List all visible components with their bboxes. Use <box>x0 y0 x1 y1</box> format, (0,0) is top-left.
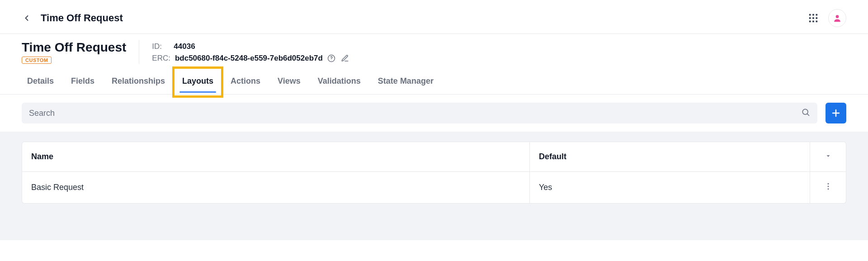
erc-edit-button[interactable] <box>341 54 349 62</box>
help-circle-icon <box>327 54 335 62</box>
erc-label: ERC: <box>152 54 170 63</box>
column-header-name[interactable]: Name <box>22 142 530 172</box>
erc-value: bdc50680-f84c-5248-e559-7eb6d052eb7d <box>175 54 323 63</box>
id-label: ID: <box>152 42 169 51</box>
svg-rect-1 <box>812 14 814 16</box>
column-header-default-label: Default <box>539 152 566 161</box>
svg-rect-6 <box>809 21 811 23</box>
column-header-default[interactable]: Default <box>530 142 810 172</box>
svg-point-18 <box>827 188 829 190</box>
erc-controls <box>327 54 349 62</box>
erc-row: ERC: bdc50680-f84c-5248-e559-7eb6d052eb7… <box>152 54 349 63</box>
content: Name Default Basic Request Yes <box>0 132 868 240</box>
object-title-block: Time Off Request CUSTOM <box>22 40 139 64</box>
svg-line-13 <box>807 114 809 116</box>
svg-point-12 <box>802 109 808 114</box>
layouts-table: Name Default Basic Request Yes <box>22 142 846 204</box>
object-header-row: Time Off Request CUSTOM ID: 44036 ERC: b… <box>22 40 846 64</box>
tab-relationships[interactable]: Relationships <box>111 72 166 92</box>
id-row: ID: 44036 <box>152 42 349 51</box>
search-icon <box>801 108 810 119</box>
topbar-right <box>808 9 846 27</box>
svg-rect-7 <box>812 21 814 23</box>
svg-point-11 <box>331 60 331 60</box>
toolbar <box>0 95 868 132</box>
column-header-name-label: Name <box>31 152 53 161</box>
user-icon <box>833 14 842 23</box>
pencil-icon <box>341 54 349 62</box>
svg-rect-3 <box>809 17 811 19</box>
tab-actions[interactable]: Actions <box>230 72 261 92</box>
caret-down-icon <box>825 152 831 161</box>
tab-layouts[interactable]: Layouts <box>181 72 214 92</box>
svg-rect-5 <box>816 17 818 19</box>
tab-views[interactable]: Views <box>277 72 302 92</box>
user-avatar[interactable] <box>828 9 846 27</box>
apps-grid-icon <box>808 13 818 23</box>
add-button[interactable] <box>826 103 846 123</box>
tab-fields[interactable]: Fields <box>70 72 95 92</box>
chevron-left-icon <box>22 14 31 23</box>
apps-button[interactable] <box>808 13 818 23</box>
tab-details[interactable]: Details <box>26 72 55 92</box>
tab-validations[interactable]: Validations <box>317 72 362 92</box>
plus-icon <box>830 108 841 119</box>
cell-default: Yes <box>539 183 552 192</box>
row-actions-button[interactable] <box>824 182 833 193</box>
svg-rect-2 <box>816 14 818 16</box>
tab-state-manager[interactable]: State Manager <box>377 72 434 92</box>
table-row-default: Yes <box>530 172 810 204</box>
table-row-name[interactable]: Basic Request <box>22 172 530 204</box>
svg-rect-8 <box>816 21 818 23</box>
object-title: Time Off Request <box>22 40 126 55</box>
more-vertical-icon <box>824 182 833 191</box>
cell-name: Basic Request <box>31 183 84 192</box>
svg-rect-0 <box>809 14 811 16</box>
svg-point-16 <box>827 183 829 185</box>
topbar-left: Time Off Request <box>22 12 123 24</box>
search-field[interactable] <box>22 103 817 123</box>
topbar: Time Off Request <box>0 0 868 33</box>
id-value: 44036 <box>174 42 195 51</box>
svg-point-17 <box>827 186 829 187</box>
page-title: Time Off Request <box>41 12 123 24</box>
column-header-actions[interactable] <box>810 142 846 172</box>
search-input[interactable] <box>29 109 796 118</box>
svg-point-9 <box>836 15 839 18</box>
erc-help-button[interactable] <box>327 54 335 62</box>
svg-rect-4 <box>812 17 814 19</box>
back-button[interactable] <box>22 13 32 23</box>
table-row-actions <box>810 172 846 204</box>
object-header: Time Off Request CUSTOM ID: 44036 ERC: b… <box>0 33 868 95</box>
tabs: Details Fields Relationships Layouts Act… <box>22 72 846 92</box>
object-meta: ID: 44036 ERC: bdc50680-f84c-5248-e559-7… <box>139 40 349 63</box>
custom-badge: CUSTOM <box>22 57 52 64</box>
